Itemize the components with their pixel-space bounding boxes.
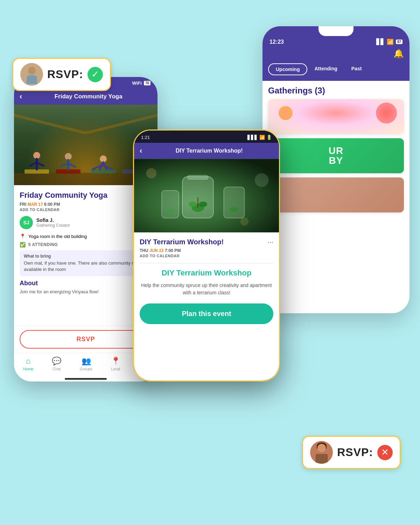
phone-right-tabs: Upcoming Attending Past [262, 63, 410, 81]
rsvp-button[interactable]: RSVP [20, 330, 152, 349]
event-date: FRI MAR 17 6:00 PM [20, 202, 152, 207]
rsvp-confirmed-badge: RSVP: ✓ [12, 58, 111, 91]
svg-point-29 [230, 207, 238, 212]
attending-row: ✅ 5 ATTENDING [20, 242, 152, 247]
diy-date: THU JUN 22 7:00 PM [140, 248, 273, 253]
svg-point-33 [255, 173, 268, 187]
rsvp-declined-label: RSVP: [337, 446, 373, 459]
dots-menu[interactable]: ··· [267, 238, 273, 246]
phone-right: 12:23 ▋▋ 📶 87 🔔 Upcoming Attending Past … [262, 26, 410, 313]
diy-add-calendar[interactable]: ADD TO CALENDAR [140, 254, 273, 258]
phone-left-wifi-icon: WiFi [132, 80, 142, 86]
flower-decoration-2 [279, 106, 293, 120]
center-back-button[interactable]: ‹ [140, 146, 142, 155]
phone-right-signal: ▋▋ [376, 38, 385, 45]
terrarium-hero-image [134, 159, 279, 232]
event-title: Friday Community Yoga [20, 191, 152, 200]
gathering-card-urby[interactable]: URBY [268, 138, 404, 173]
svg-point-32 [146, 168, 157, 178]
center-notch [192, 131, 220, 138]
nav-item-home[interactable]: ⌂ Home [23, 357, 33, 371]
bring-text: Own mat, if you have one. There are also… [24, 260, 148, 273]
bring-title: What to bring [24, 254, 148, 259]
diy-title-row: DIY Terrarium Workshop! ··· [140, 238, 273, 246]
home-nav-icon: ⌂ [26, 357, 30, 366]
phone-left-nav-title: Friday Community Yoga [25, 93, 152, 100]
location-icon: 📍 [20, 233, 26, 239]
about-title: About [20, 280, 152, 287]
creator-avatar: SJ [20, 216, 33, 229]
add-to-calendar[interactable]: ADD TO CALENDAR [20, 208, 152, 212]
attending-icon: ✅ [20, 242, 26, 247]
local-nav-icon: 📍 [111, 357, 120, 366]
groups-nav-icon: 👥 [82, 357, 91, 366]
rsvp-confirmed-label: RSVP: [47, 68, 83, 81]
svg-point-25 [189, 202, 197, 207]
urby-logo: URBY [329, 146, 343, 166]
phone-center-time: 1:21 [141, 135, 150, 140]
phone-right-wifi-icon: 📶 [387, 38, 394, 45]
center-content: DIY Terrarium Workshop! ··· THU JUN 22 7… [134, 232, 279, 380]
location-text: Yoga room in the old building [28, 234, 87, 239]
phone-center: 1:21 ▋▋▋ 📶 🔋 ‹ DIY Terrarium Workshop! [133, 130, 280, 382]
chat-nav-icon: 💬 [52, 357, 61, 366]
center-signal: ▋▋▋ [247, 135, 258, 140]
location-row: 📍 Yoga room in the old building [20, 233, 152, 239]
nav-item-groups[interactable]: 👥 Groups [80, 357, 92, 371]
creator-initials: SJ [23, 220, 29, 225]
tab-upcoming[interactable]: Upcoming [268, 63, 307, 75]
home-nav-label: Home [23, 367, 33, 371]
phone-left-battery: 76 [144, 81, 150, 85]
svg-line-18 [14, 115, 84, 133]
svg-point-31 [167, 209, 174, 214]
diy-date-highlight: JUN 22 [149, 248, 164, 253]
center-battery: 🔋 [266, 135, 272, 140]
attending-count: 5 ATTENDING [28, 242, 58, 247]
phone-right-battery: 87 [396, 40, 402, 44]
local-nav-label: Local [111, 367, 120, 371]
creator-role: Gathering Creator [36, 223, 70, 228]
home-indicator [65, 378, 107, 380]
flower-decoration-1 [376, 103, 397, 124]
phone-right-notch [318, 26, 354, 36]
gathering-card-people[interactable] [268, 177, 404, 212]
about-text: Join me for an energizing Vinyasa flow! [20, 289, 152, 294]
chat-nav-label: Chat [52, 367, 61, 371]
phone-center-navbar: ‹ DIY Terrarium Workshop! [134, 143, 279, 159]
bell-icon[interactable]: 🔔 [393, 49, 404, 58]
tab-past[interactable]: Past [344, 63, 369, 75]
date-highlight: MAR 17 [28, 202, 43, 207]
gathering-card-flowers[interactable] [268, 99, 404, 134]
rsvp-declined-avatar [310, 441, 333, 464]
diy-event-title: DIY Terrarium Workshop! [140, 238, 224, 246]
bring-box: What to bring Own mat, if you have one. … [20, 250, 152, 276]
center-wifi: 📶 [259, 135, 265, 140]
diy-description: Help the community spruce up their creat… [140, 282, 273, 296]
rsvp-confirmed-avatar [20, 63, 43, 86]
content-divider [140, 263, 273, 264]
plan-event-button[interactable]: Plan this event [140, 303, 273, 324]
tab-attending[interactable]: Attending [307, 63, 344, 75]
rsvp-declined-icon: ✕ [377, 445, 393, 460]
nav-item-chat[interactable]: 💬 Chat [52, 357, 61, 371]
svg-rect-23 [188, 175, 208, 180]
center-nav-title: DIY Terrarium Workshop! [145, 148, 273, 154]
creator-row: SJ Sofia J. Gathering Creator [20, 216, 152, 229]
diy-event-name-heading: DIY Terrarium Workshop [140, 268, 273, 278]
phone-right-time: 12:23 [270, 39, 284, 45]
svg-point-34 [240, 217, 249, 226]
nav-item-local[interactable]: 📍 Local [111, 357, 120, 371]
center-status-icons: ▋▋▋ 📶 🔋 [247, 135, 272, 140]
back-button[interactable]: ‹ [20, 92, 22, 101]
rsvp-confirmed-icon: ✓ [88, 67, 103, 82]
groups-nav-label: Groups [80, 367, 92, 371]
svg-rect-28 [224, 187, 244, 218]
rsvp-declined-badge: RSVP: ✕ [302, 436, 401, 469]
svg-point-26 [199, 202, 207, 207]
gatherings-title: Gatherings (3) [262, 81, 410, 99]
creator-name: Sofia J. [36, 217, 70, 223]
